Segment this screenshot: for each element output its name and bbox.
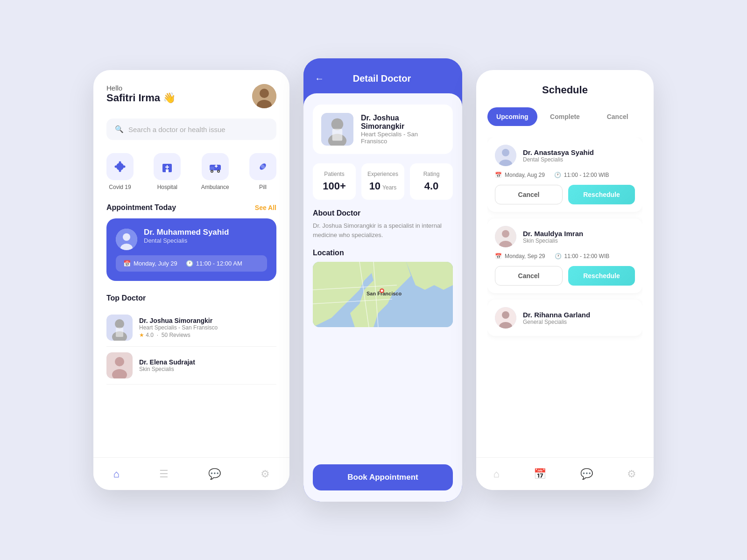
about-title: About Doctor: [313, 209, 453, 217]
avatar-image: [252, 84, 276, 108]
sched-name-3: Dr. Rihanna Garland: [523, 311, 590, 319]
svg-rect-11: [166, 169, 169, 172]
svg-point-4: [119, 161, 121, 164]
svg-point-17: [218, 171, 219, 172]
tab-group: Upcoming Complete Cancel: [487, 107, 642, 126]
appointment-date: Monday, July 29: [134, 260, 177, 267]
svg-point-23: [123, 233, 130, 241]
sched-time-row-2: 📅 Monday, Sep 29 🕐 11:00 - 12:00 WIB: [495, 253, 635, 259]
doctor-img: [106, 315, 133, 341]
doctor-row[interactable]: Dr. Joshua Simorangkir Heart Specialis -…: [106, 309, 276, 347]
appointment-avatar: [116, 229, 137, 250]
doctor-info-2: Dr. Elena Sudrajat Skin Specialis: [139, 358, 195, 372]
category-covid19[interactable]: Covid 19: [106, 153, 134, 190]
doctor-info: Dr. Joshua Simorangkir Heart Specialis -…: [139, 317, 218, 338]
sched-spec-1: Dental Specialis: [523, 156, 594, 163]
sched-date-text-2: Monday, Sep 29: [505, 253, 545, 259]
see-all-button[interactable]: See All: [255, 204, 276, 211]
sched-time-row-1: 📅 Monday, Aug 29 🕐 11:00 - 12:00 WIB: [495, 172, 635, 178]
doctor-card: Dr. Joshua Simorangkir Heart Specialis -…: [313, 105, 453, 154]
sched-time-text-2: 11:00 - 12:00 WIB: [564, 253, 610, 259]
right-phone: Schedule Upcoming Complete Cancel Dr. An…: [476, 70, 654, 490]
svg-rect-10: [167, 165, 168, 169]
sched-time-1: 🕐 11:00 - 12:00 WIB: [554, 172, 609, 178]
map-placeholder: San Francisco: [313, 262, 453, 327]
category-pill[interactable]: Pill: [249, 153, 276, 190]
back-button[interactable]: ←: [315, 73, 324, 84]
stat-exp-sub: Years: [382, 184, 396, 191]
pill-label: Pill: [259, 184, 267, 190]
svg-point-54: [502, 311, 509, 319]
book-appointment-button[interactable]: Book Appointment: [313, 464, 453, 490]
sched-name-1: Dr. Anastasya Syahid: [523, 148, 594, 156]
mid-body: Dr. Joshua Simorangkir Heart Specialis -…: [303, 93, 462, 502]
greeting-block: Hello Safitri Irma 👋: [106, 84, 176, 104]
appointment-card[interactable]: Dr. Muhammed Syahid Dental Specialis 📅 M…: [106, 218, 276, 281]
star-icon: ★: [139, 332, 144, 338]
doctor-name-2: Dr. Elena Sudrajat: [139, 358, 195, 366]
category-ambulance[interactable]: Ambulance: [201, 153, 229, 190]
nav-settings-icon[interactable]: ⚙: [261, 468, 270, 480]
search-bar[interactable]: 🔍 Search a doctor or health issue: [106, 119, 276, 140]
mid-phone: ← Detail Doctor Dr. Joshua Simorangkir H…: [303, 58, 462, 502]
tab-cancel[interactable]: Cancel: [592, 107, 642, 126]
schedule-item-1-top: Dr. Anastasya Syahid Dental Specialis: [495, 145, 635, 166]
reschedule-button-1[interactable]: Reschedule: [568, 185, 635, 204]
svg-point-33: [331, 118, 344, 130]
stat-exp-value: 10: [369, 180, 381, 192]
top-doctor-title: Top Doctor: [106, 294, 146, 302]
ambulance-icon: [209, 160, 222, 173]
stat-patients: Patients 100+: [313, 163, 356, 200]
cancel-button-2[interactable]: Cancel: [495, 266, 563, 286]
category-hospital[interactable]: Hospital: [154, 153, 181, 190]
doctor-row-2[interactable]: Dr. Elena Sudrajat Skin Specialis: [106, 347, 276, 385]
sched-info-1: Dr. Anastasya Syahid Dental Specialis: [523, 148, 594, 163]
stats-row: Patients 100+ Experiences 10 Years Ratin…: [313, 163, 453, 200]
sched-date-text-1: Monday, Aug 29: [505, 172, 545, 178]
map-svg: San Francisco: [313, 262, 453, 327]
about-section: About Doctor Dr. Joshua Simorangkir is a…: [313, 209, 453, 239]
doctor-name: Dr. Joshua Simorangkir: [139, 317, 218, 324]
tab-complete[interactable]: Complete: [540, 107, 590, 126]
location-section: Location San Francisco: [313, 249, 453, 327]
greeting-text: Hello: [106, 84, 176, 92]
sched-actions-1: Cancel Reschedule: [495, 185, 635, 204]
sched-name-2: Dr. Mauldya Imran: [523, 230, 583, 238]
nav-list-icon[interactable]: ☰: [159, 468, 169, 480]
stat-experience: Experiences 10 Years: [361, 163, 404, 200]
doctor-img-2: [106, 352, 133, 378]
appointment-time-item: 🕐 11:00 - 12:00 AM: [186, 260, 242, 267]
svg-rect-19: [216, 165, 217, 168]
search-icon: 🔍: [115, 125, 124, 133]
right-nav-chat-icon[interactable]: 💬: [580, 468, 593, 480]
search-placeholder: Search a doctor or health issue: [128, 126, 226, 133]
svg-point-46: [381, 290, 383, 292]
stat-rating-value: 4.0: [416, 180, 447, 192]
tab-upcoming[interactable]: Upcoming: [487, 107, 537, 126]
hospital-icon: [161, 160, 174, 173]
cancel-button-1[interactable]: Cancel: [495, 185, 563, 204]
nav-home-icon[interactable]: ⌂: [113, 468, 119, 480]
appointment-title: Appointment Today: [106, 203, 176, 212]
sched-info-2: Dr. Mauldya Imran Skin Specialis: [523, 230, 583, 244]
stat-exp-label: Experiences: [367, 171, 399, 177]
bottom-nav: ⌂ ☰ 💬 ⚙: [93, 457, 289, 490]
reschedule-button-2[interactable]: Reschedule: [568, 266, 635, 286]
svg-point-51: [502, 230, 509, 238]
mid-header-title: Detail Doctor: [331, 73, 432, 84]
calendar-icon-1: 📅: [495, 172, 502, 178]
doc-card-img: [321, 113, 353, 146]
right-nav-home-icon[interactable]: ⌂: [493, 468, 500, 480]
top-doctor-header: Top Doctor: [106, 294, 276, 302]
stat-patients-value: 100+: [318, 180, 350, 192]
nav-chat-icon[interactable]: 💬: [208, 468, 221, 480]
doctor-rating: ★ 4.0 · 50 Reviews: [139, 332, 218, 338]
hospital-label: Hospital: [157, 184, 177, 190]
stat-patients-label: Patients: [318, 171, 350, 177]
clock-icon-2: 🕐: [555, 253, 562, 259]
right-nav-calendar-icon[interactable]: 📅: [534, 468, 546, 480]
appointment-doc-spec: Dental Specialis: [144, 237, 229, 244]
user-name: Safitri Irma 👋: [106, 92, 176, 104]
right-nav-settings-icon[interactable]: ⚙: [627, 468, 636, 480]
svg-rect-35: [332, 129, 343, 141]
